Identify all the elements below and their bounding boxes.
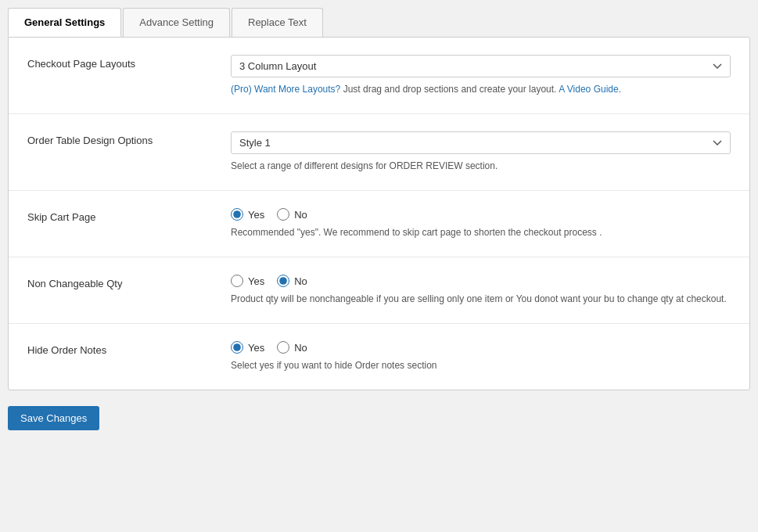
hide-order-notes-yes-radio[interactable] (231, 341, 243, 354)
skip-cart-yes-option[interactable]: Yes (231, 208, 264, 221)
checkout-layout-pro-text: (Pro) Want More Layouts? Just drag and d… (231, 82, 731, 96)
skip-cart-label: Skip Cart Page (27, 208, 215, 223)
non-changeable-qty-label: Non Changeable Qty (27, 275, 215, 289)
hide-order-notes-no-option[interactable]: No (277, 341, 307, 354)
skip-cart-yes-label: Yes (248, 209, 264, 221)
pro-label: (Pro) Want More Layouts? (231, 84, 340, 95)
non-changeable-qty-radio-group: Yes No (231, 275, 731, 287)
save-changes-button[interactable]: Save Changes (8, 406, 99, 430)
hide-order-notes-content: Yes No Select yes if you want to hide Or… (231, 341, 731, 372)
skip-cart-no-label: No (294, 209, 307, 221)
tab-replace[interactable]: Replace Text (232, 8, 323, 37)
checkout-layout-label: Checkout Page Layouts (27, 55, 215, 70)
hide-order-notes-helper: Select yes if you want to hide Order not… (231, 358, 731, 372)
non-changeable-qty-yes-option[interactable]: Yes (231, 275, 264, 287)
checkout-layout-select[interactable]: 3 Column Layout 1 Column Layout 2 Column… (231, 55, 731, 77)
hide-order-notes-no-label: No (294, 342, 307, 354)
hide-order-notes-label: Hide Order Notes (27, 341, 215, 356)
hide-order-notes-radio-group: Yes No (231, 341, 731, 354)
skip-cart-helper: Recommended "yes". We recommend to skip … (231, 225, 731, 239)
skip-cart-yes-radio[interactable] (231, 208, 243, 221)
hide-order-notes-row: Hide Order Notes Yes No Select yes if yo… (9, 324, 749, 390)
checkout-layout-row: Checkout Page Layouts 3 Column Layout 1 … (9, 38, 749, 114)
hide-order-notes-no-radio[interactable] (277, 341, 289, 354)
non-changeable-qty-no-label: No (294, 275, 307, 287)
order-table-label: Order Table Design Options (27, 131, 215, 146)
checkout-layout-content: 3 Column Layout 1 Column Layout 2 Column… (231, 55, 731, 96)
skip-cart-no-option[interactable]: No (277, 208, 307, 221)
hide-order-notes-yes-label: Yes (248, 342, 264, 354)
tabs-container: General Settings Advance Setting Replace… (8, 8, 750, 37)
non-changeable-qty-no-radio[interactable] (277, 275, 289, 287)
pro-body-text: Just drag and drop sections and create y… (343, 84, 557, 95)
non-changeable-qty-content: Yes No Product qty will be nonchangeable… (231, 275, 731, 306)
non-changeable-qty-helper: Product qty will be nonchangeable if you… (231, 292, 731, 306)
tab-advance[interactable]: Advance Setting (123, 8, 230, 37)
tab-general[interactable]: General Settings (8, 8, 121, 37)
order-table-helper: Select a range of different designs for … (231, 159, 731, 173)
order-table-row: Order Table Design Options Style 1 Style… (9, 114, 749, 191)
non-changeable-qty-yes-radio[interactable] (231, 275, 243, 287)
order-table-content: Style 1 Style 2 Style 3 Select a range o… (231, 131, 731, 173)
skip-cart-row: Skip Cart Page Yes No Recommended "yes".… (9, 191, 749, 257)
non-changeable-qty-row: Non Changeable Qty Yes No Product qty wi… (9, 257, 749, 324)
skip-cart-no-radio[interactable] (277, 208, 289, 221)
hide-order-notes-yes-option[interactable]: Yes (231, 341, 264, 354)
settings-panel: Checkout Page Layouts 3 Column Layout 1 … (8, 37, 750, 390)
non-changeable-qty-no-option[interactable]: No (277, 275, 307, 287)
video-guide-link[interactable]: A Video Guide. (559, 84, 621, 95)
order-table-select[interactable]: Style 1 Style 2 Style 3 (231, 131, 731, 154)
skip-cart-radio-group: Yes No (231, 208, 731, 221)
skip-cart-content: Yes No Recommended "yes". We recommend t… (231, 208, 731, 239)
non-changeable-qty-yes-label: Yes (248, 275, 264, 287)
